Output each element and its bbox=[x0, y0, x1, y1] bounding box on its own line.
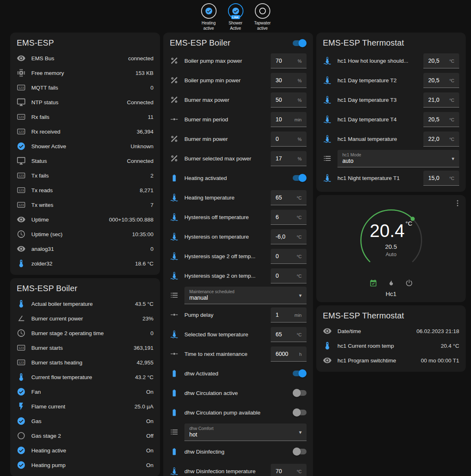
entity-icon bbox=[170, 447, 179, 456]
toggle-switch[interactable] bbox=[293, 390, 307, 396]
status-chip[interactable]: Heating active bbox=[197, 3, 220, 31]
entity-value: 11 bbox=[148, 114, 153, 120]
entity-row[interactable]: Gas On bbox=[10, 414, 160, 428]
status-chip[interactable]: Tapwater active bbox=[251, 3, 274, 31]
schedule-mode-icon[interactable] bbox=[369, 279, 377, 287]
number-input[interactable]: 0 % bbox=[271, 132, 307, 147]
number-input[interactable]: 22,0 °C bbox=[423, 132, 459, 147]
status-chip-icon bbox=[205, 7, 213, 15]
entity-row[interactable]: 123 Tx fails 2 bbox=[10, 168, 160, 183]
entity-name: Burner selected max power bbox=[184, 156, 271, 162]
number-unit: °C bbox=[449, 176, 454, 181]
entity-value: connected bbox=[128, 55, 153, 61]
number-input[interactable]: 1 min bbox=[271, 307, 307, 322]
entity-row[interactable]: Date/time 06.02.2023 21:18 bbox=[316, 324, 466, 338]
entity-icon bbox=[17, 417, 26, 426]
entity-icon: 123 bbox=[17, 127, 26, 136]
entity-row[interactable]: Burner stage 2 operating time 0 bbox=[10, 326, 160, 340]
entity-icon bbox=[170, 388, 179, 397]
number-value: 50 bbox=[276, 97, 282, 103]
entity-row[interactable]: Flame current 25.0 µA bbox=[10, 399, 160, 414]
number-input[interactable]: 70 % bbox=[271, 53, 307, 68]
number-input[interactable]: 6000 h bbox=[271, 347, 307, 362]
number-input[interactable]: 20,5 °C bbox=[423, 53, 459, 68]
number-input[interactable]: 21,0 °C bbox=[423, 92, 459, 107]
entity-row[interactable]: Gas stage 2 Off bbox=[10, 428, 160, 443]
number-input[interactable]: 6 °C bbox=[271, 210, 307, 225]
entity-name: Tx reads bbox=[31, 187, 136, 193]
entity-row[interactable]: 123 MQTT fails 0 bbox=[10, 80, 160, 95]
entity-value: Connected bbox=[127, 158, 153, 164]
entity-icon: 123 bbox=[17, 186, 26, 195]
entity-row[interactable]: Free memory 153 KB bbox=[10, 66, 160, 80]
status-chip[interactable]: LINK Shower Active bbox=[224, 3, 247, 31]
number-input[interactable]: 65 °C bbox=[271, 190, 307, 205]
number-input[interactable]: 20,5 °C bbox=[423, 73, 459, 88]
entity-row[interactable]: hc1 Program switchtime 00 mo 00:00 T1 bbox=[316, 353, 466, 368]
boiler-enable-toggle[interactable] bbox=[293, 40, 307, 46]
entity-row[interactable]: 123 Tx reads 8,271 bbox=[10, 183, 160, 197]
entity-row[interactable]: Shower Active Unknown bbox=[10, 139, 160, 154]
card-title: EMS-ESP Thermostat bbox=[323, 311, 404, 320]
number-unit: % bbox=[298, 137, 302, 142]
toggle-switch[interactable] bbox=[293, 449, 307, 454]
entity-row[interactable]: Heating active On bbox=[10, 443, 160, 458]
entity-row[interactable]: Uptime (sec) 10:35:00 bbox=[10, 227, 160, 241]
entity-row[interactable]: Actual boiler temperature 43.5 °C bbox=[10, 296, 160, 311]
entity-row[interactable]: 123 Burner starts 363,191 bbox=[10, 340, 160, 355]
entity-row[interactable]: 123 Tx writes 7 bbox=[10, 197, 160, 212]
number-input[interactable]: 20,5 °C bbox=[423, 112, 459, 127]
more-options-icon[interactable] bbox=[453, 199, 462, 207]
target-temperature: 20.5 bbox=[385, 243, 397, 250]
entity-row[interactable]: hc1 Current room temp 20.4 °C bbox=[316, 338, 466, 353]
number-input[interactable]: 15,0 °C bbox=[423, 171, 459, 186]
entity-row[interactable]: Fan On bbox=[10, 384, 160, 399]
entity-name: hc1 Program switchtime bbox=[337, 358, 417, 364]
number-input[interactable]: 70 °C bbox=[271, 464, 307, 476]
entity-icon: 123 bbox=[17, 200, 26, 209]
entity-row[interactable]: analog31 0 bbox=[10, 241, 160, 256]
entity-icon: 123 bbox=[17, 171, 26, 180]
number-input[interactable]: 17 % bbox=[271, 151, 307, 166]
entity-value: 43.2 °C bbox=[135, 374, 153, 380]
entity-row[interactable]: Burner current power 23% bbox=[10, 311, 160, 326]
toggle-switch[interactable] bbox=[293, 371, 307, 376]
toggle-switch[interactable] bbox=[293, 410, 307, 415]
number-input[interactable]: -6,0 °C bbox=[271, 229, 307, 244]
thermostat-dial[interactable]: 20.4°C 20.5 Auto bbox=[353, 202, 430, 278]
entity-row[interactable]: Heating pump On bbox=[10, 458, 160, 472]
entity-row[interactable]: Uptime 000+10:35:00.888 bbox=[10, 212, 160, 227]
select-input[interactable]: hc1 Mode auto ▾ bbox=[337, 150, 459, 167]
entity-icon bbox=[323, 95, 332, 104]
entity-icon bbox=[323, 327, 332, 336]
entity-value: 10:35:00 bbox=[132, 231, 153, 237]
number-value: 6000 bbox=[276, 351, 288, 357]
entity-row[interactable]: zolder32 18.6 °C bbox=[10, 256, 160, 271]
entity-row[interactable]: EMS Bus connected bbox=[10, 51, 160, 66]
number-input[interactable]: 0 °C bbox=[271, 249, 307, 264]
chevron-down-icon: ▾ bbox=[451, 155, 454, 161]
number-input[interactable]: 65 °C bbox=[271, 327, 307, 342]
entity-name: Time to next maintenance bbox=[184, 351, 271, 357]
select-input[interactable]: dhw Comfort hot ▾ bbox=[184, 423, 307, 441]
number-input[interactable]: 50 % bbox=[271, 92, 307, 107]
toggle-switch[interactable] bbox=[293, 175, 307, 181]
number-input[interactable]: 30 % bbox=[271, 73, 307, 88]
entity-name: dhw Circulation active bbox=[184, 390, 293, 396]
entity-row[interactable]: NTP status Connected bbox=[10, 95, 160, 110]
entity-icon bbox=[17, 54, 26, 63]
entity-icon bbox=[17, 68, 26, 77]
number-input[interactable]: 0 °C bbox=[271, 268, 307, 283]
entity-row[interactable]: Current flow temperature 43.2 °C bbox=[10, 370, 160, 384]
entity-row[interactable]: 123 Rx received 36,394 bbox=[10, 124, 160, 139]
heat-mode-icon[interactable] bbox=[387, 279, 395, 287]
power-off-icon[interactable] bbox=[405, 279, 413, 287]
entity-row[interactable]: 123 Burner starts heating 42,955 bbox=[10, 355, 160, 370]
entity-name: Boiler pump max power bbox=[184, 58, 271, 64]
entity-row[interactable]: 123 Rx fails 11 bbox=[10, 110, 160, 124]
entity-icon bbox=[17, 446, 26, 455]
select-input[interactable]: Maintenance scheduled manual ▾ bbox=[184, 287, 307, 304]
entity-row[interactable]: Status Connected bbox=[10, 154, 160, 168]
entity-row: dhw Circulation active dhw Circulation a… bbox=[163, 383, 313, 403]
number-input[interactable]: 10 min bbox=[271, 112, 307, 127]
